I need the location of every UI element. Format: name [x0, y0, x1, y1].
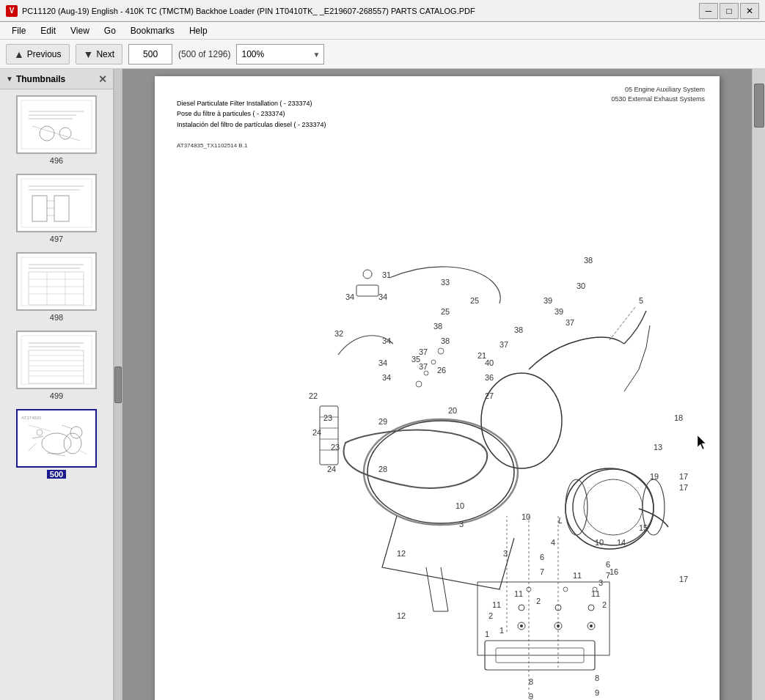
next-label: Next [96, 49, 114, 59]
svg-point-135 [588, 605, 594, 611]
main-area: ▼ Thumbnails ✕ [0, 69, 765, 700]
svg-rect-140 [356, 285, 378, 296]
svg-point-148 [584, 479, 643, 535]
next-button[interactable]: ▼ Next [76, 44, 123, 65]
svg-rect-0 [21, 100, 92, 149]
thumbnail-499[interactable]: 499 [3, 331, 110, 400]
svg-text:38: 38 [433, 322, 442, 331]
svg-text:5: 5 [639, 296, 643, 305]
pdf-section-header: 05 Engine Auxiliary System 0530 External… [611, 85, 705, 103]
previous-button[interactable]: ▲ Previous [6, 44, 70, 65]
thumb-label-496: 496 [50, 156, 63, 165]
svg-text:26: 26 [437, 366, 446, 375]
svg-text:37: 37 [499, 340, 508, 349]
pdf-title-line2: Pose du filtre à particules ( - 233374) [177, 108, 326, 119]
thumbnail-498[interactable]: 498 [3, 252, 110, 322]
svg-text:16: 16 [610, 567, 618, 576]
svg-text:28: 28 [378, 465, 387, 474]
svg-text:35: 35 [411, 355, 420, 364]
svg-text:10: 10 [455, 501, 464, 510]
svg-text:29: 29 [378, 417, 387, 426]
sidebar-scroll-thumb[interactable] [114, 366, 122, 403]
svg-text:38: 38 [441, 336, 450, 345]
thumbnail-497[interactable]: 497 [3, 174, 110, 243]
svg-text:22: 22 [309, 391, 318, 400]
pdf-title-line1: Diesel Particulate Filter Installation (… [177, 98, 326, 108]
svg-text:12: 12 [397, 611, 406, 620]
page-number-input[interactable] [128, 44, 172, 65]
menu-file[interactable]: File [6, 24, 32, 37]
svg-text:6: 6 [606, 560, 610, 569]
window-controls: ─ □ ✕ [699, 3, 759, 19]
svg-point-141 [363, 270, 372, 279]
sidebar-header: ▼ Thumbnails ✕ [0, 69, 113, 89]
pdf-reference: AT374835_TX1102514 B.1 [177, 142, 247, 149]
scrollbar-thumb[interactable] [754, 84, 764, 128]
menu-bookmarks[interactable]: Bookmarks [125, 24, 180, 37]
close-button[interactable]: ✕ [740, 3, 759, 19]
menu-go[interactable]: Go [98, 24, 122, 37]
svg-point-147 [573, 469, 654, 545]
content-area: 05 Engine Auxiliary System 0530 External… [122, 69, 765, 700]
svg-text:33: 33 [441, 278, 450, 287]
thumbnail-500[interactable]: AT374835 500 [3, 409, 110, 479]
svg-text:38: 38 [584, 256, 593, 265]
sidebar-scrollbar[interactable] [114, 69, 122, 700]
svg-point-128 [520, 625, 523, 627]
menu-edit[interactable]: Edit [34, 24, 62, 37]
svg-text:20: 20 [448, 406, 457, 415]
previous-label: Previous [27, 49, 62, 59]
svg-marker-156 [698, 435, 706, 449]
svg-point-46 [481, 373, 562, 468]
svg-text:17: 17 [679, 472, 688, 481]
thumb-image-499 [16, 331, 97, 389]
svg-text:1: 1 [485, 630, 489, 638]
svg-text:30: 30 [577, 281, 585, 290]
minimize-button[interactable]: ─ [699, 3, 718, 19]
svg-text:34: 34 [378, 292, 387, 301]
svg-text:24: 24 [327, 465, 336, 474]
svg-point-152 [424, 371, 428, 375]
svg-text:27: 27 [485, 391, 494, 400]
thumb-label-500: 500 [47, 470, 66, 479]
pdf-title-line3: Instalación del filtro de partículas die… [177, 119, 326, 130]
thumbnail-496[interactable]: 496 [3, 95, 110, 165]
pdf-page: 05 Engine Auxiliary System 0530 External… [155, 76, 720, 700]
svg-text:8: 8 [529, 677, 533, 686]
svg-point-133 [519, 605, 524, 611]
restore-button[interactable]: □ [720, 3, 739, 19]
thumb-svg-500: AT374835 [18, 410, 95, 466]
svg-point-137 [563, 587, 568, 592]
svg-point-130 [557, 625, 560, 627]
zoom-select[interactable]: 100% 50% 75% 125% 150% 200% [236, 44, 324, 65]
sidebar-close-button[interactable]: ✕ [98, 74, 107, 84]
pdf-diagram-area: 5 13 16 18 19 14 15 [169, 157, 705, 700]
menu-help[interactable]: Help [183, 24, 213, 37]
menu-view[interactable]: View [65, 24, 95, 37]
parts-diagram-svg: 5 13 16 18 19 14 15 [169, 157, 698, 700]
sidebar-expand-icon[interactable]: ▼ [6, 75, 13, 83]
svg-text:36: 36 [485, 373, 494, 382]
app-icon: V [6, 5, 18, 17]
sidebar-title: Thumbnails [16, 74, 65, 84]
svg-text:34: 34 [382, 373, 391, 382]
svg-text:13: 13 [654, 443, 662, 452]
svg-text:7: 7 [606, 571, 610, 580]
svg-text:2: 2 [602, 600, 607, 609]
svg-text:11: 11 [591, 589, 600, 598]
svg-point-132 [590, 625, 593, 627]
window-title: PC11120 (Aug-19) English - 410K TC (TMCT… [22, 7, 475, 15]
svg-text:39: 39 [543, 296, 552, 305]
svg-text:39: 39 [554, 307, 563, 316]
vertical-scrollbar[interactable] [752, 69, 765, 700]
thumb-label-499: 499 [50, 391, 63, 400]
thumb-svg-496 [18, 97, 95, 152]
svg-text:2: 2 [536, 597, 541, 605]
toolbar: ▲ Previous ▼ Next (500 of 1296) 100% 50%… [0, 40, 765, 69]
svg-point-154 [438, 348, 444, 354]
zoom-wrapper: 100% 50% 75% 125% 150% 200% [236, 44, 324, 65]
pdf-header-line1: 05 Engine Auxiliary System [611, 85, 705, 95]
svg-text:23: 23 [323, 413, 332, 422]
next-arrow-icon: ▼ [84, 48, 94, 60]
svg-text:L: L [558, 516, 563, 525]
